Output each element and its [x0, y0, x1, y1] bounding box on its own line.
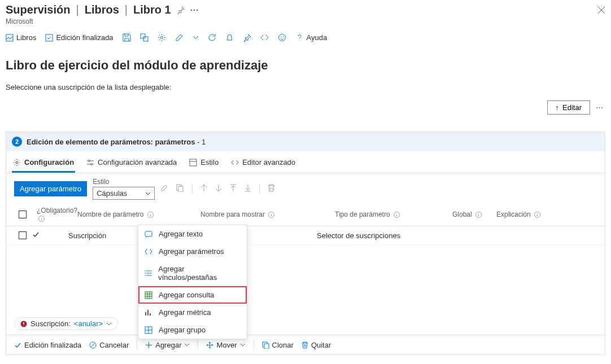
svg-rect-26 [264, 344, 269, 349]
row-checkbox[interactable] [19, 231, 27, 239]
text-icon [144, 230, 153, 238]
help-icon [295, 33, 304, 42]
svg-rect-3 [6, 34, 13, 41]
group-icon [144, 326, 153, 334]
delete-icon [302, 341, 308, 349]
svg-rect-16 [178, 186, 183, 192]
ctx-add-links[interactable]: Agregar vínculos/pestañas [138, 260, 247, 286]
chevron-down-icon[interactable] [193, 36, 199, 40]
tab-configuracion[interactable]: Configuración [12, 155, 75, 173]
svg-rect-5 [141, 34, 145, 38]
info-icon[interactable] [394, 212, 400, 218]
cancel-icon [89, 341, 97, 349]
move-label: Mover [216, 341, 237, 349]
add-label: Agregar [155, 341, 181, 349]
ctx-add-metric[interactable]: Agregar métrica [138, 304, 247, 321]
column-required: ¿Obligatorio? [37, 207, 73, 222]
libros-button[interactable]: Libros [6, 33, 36, 42]
save-icon[interactable] [123, 33, 131, 42]
cancel-label: Cancelar [99, 341, 129, 349]
section-more-icon[interactable]: ⋯ [593, 103, 605, 112]
subscription-status-pill[interactable]: Suscripción: <anular> [14, 317, 118, 330]
style-label: Estilo [93, 178, 155, 186]
svg-point-1 [193, 9, 195, 11]
pin-icon[interactable] [177, 6, 185, 14]
refresh-icon[interactable] [208, 33, 216, 42]
tab-estilo[interactable]: Estilo [188, 155, 220, 173]
parameters-panel: 2 Edición de elemento de parámetros: par… [6, 131, 605, 355]
done-editing-label: Edición finalizada [24, 341, 81, 349]
edit-icon[interactable] [160, 184, 168, 194]
settings-icon[interactable] [158, 33, 166, 42]
pin-icon[interactable] [243, 33, 251, 42]
breadcrumb-item: Libro 1 [133, 3, 171, 16]
divider [254, 340, 254, 350]
more-icon[interactable] [190, 9, 198, 11]
add-parameter-button[interactable]: Agregar parámetro [14, 181, 87, 196]
ctx-label: Agregar vínculos/pestañas [158, 265, 241, 282]
arrow-up-icon[interactable] [200, 184, 207, 194]
remove-button[interactable]: Quitar [302, 341, 331, 349]
tab-editor-avanzado[interactable]: Editor avanzado [230, 155, 296, 173]
code-icon[interactable] [260, 33, 269, 42]
table-row[interactable]: Suscripción Selector de suscripciones [6, 226, 605, 245]
select-all-checkbox[interactable] [19, 210, 27, 218]
status-value: <anular> [74, 319, 103, 328]
edit-button[interactable]: ↑ Editar [547, 100, 590, 115]
command-bar: Libros Edición finalizada Ayuda [0, 28, 611, 48]
remove-label: Quitar [311, 341, 331, 349]
ctx-add-group[interactable]: Agregar grupo [138, 321, 247, 339]
done-editing-button[interactable]: Edición finalizada [14, 341, 81, 349]
cancel-button[interactable]: Cancelar [89, 341, 129, 349]
chevron-down-icon [106, 322, 112, 326]
add-button[interactable]: Agregar [145, 341, 190, 349]
ctx-add-text[interactable]: Agregar texto [138, 225, 247, 243]
ctx-add-query[interactable]: Agregar consulta [138, 286, 247, 304]
breadcrumb-separator: | [125, 3, 128, 16]
save-as-icon[interactable] [140, 33, 149, 42]
ctx-label: Agregar métrica [159, 308, 211, 317]
svg-point-0 [190, 9, 192, 11]
clone-label: Clonar [272, 341, 294, 349]
clone-button[interactable]: Clonar [262, 341, 294, 349]
gear-icon [13, 159, 21, 166]
info-icon[interactable] [38, 216, 45, 222]
close-icon[interactable] [597, 6, 605, 14]
arrow-bottom-icon[interactable] [245, 184, 251, 194]
help-button[interactable]: Ayuda [295, 33, 328, 42]
divider [137, 340, 137, 350]
divider [192, 184, 193, 194]
copy-icon[interactable] [176, 184, 184, 194]
info-icon[interactable] [147, 212, 154, 218]
svg-rect-4 [46, 34, 53, 41]
style-value: Cápsulas [97, 189, 127, 198]
parameters-icon [144, 248, 153, 256]
panel-header: 2 Edición de elemento de parámetros: par… [6, 132, 605, 151]
alert-icon[interactable] [225, 33, 234, 42]
step-badge: 2 [12, 137, 22, 147]
add-context-menu: Agregar texto Agregar parámetros Agregar… [138, 225, 247, 339]
move-button[interactable]: Mover [206, 341, 245, 349]
info-icon[interactable] [534, 212, 540, 218]
move-icon [206, 341, 213, 349]
arrow-top-icon[interactable] [230, 184, 237, 194]
status-label: Suscripción: [30, 319, 71, 328]
info-icon[interactable] [475, 212, 482, 218]
column-param-name: Nombre de parámetro [77, 210, 196, 218]
arrow-down-icon[interactable] [215, 184, 222, 194]
feedback-icon[interactable] [278, 33, 286, 42]
divider [259, 184, 260, 194]
tab-label: Editor avanzado [242, 158, 295, 166]
ctx-add-parameters[interactable]: Agregar parámetros [138, 243, 247, 260]
style-select[interactable]: Cápsulas [93, 187, 155, 200]
done-editing-button[interactable]: Edición finalizada [45, 33, 113, 42]
chevron-down-icon [145, 192, 151, 195]
edit-icon[interactable] [175, 33, 184, 42]
page-description: Seleccione una suscripción de la lista d… [6, 83, 605, 91]
workbook-icon [6, 34, 14, 42]
delete-icon[interactable] [268, 184, 275, 194]
tab-configuracion-avanzada[interactable]: Configuración avanzada [85, 155, 178, 173]
info-icon[interactable] [268, 212, 274, 218]
help-label: Ayuda [307, 33, 328, 42]
column-display-name: Nombre para mostrar [200, 210, 330, 218]
